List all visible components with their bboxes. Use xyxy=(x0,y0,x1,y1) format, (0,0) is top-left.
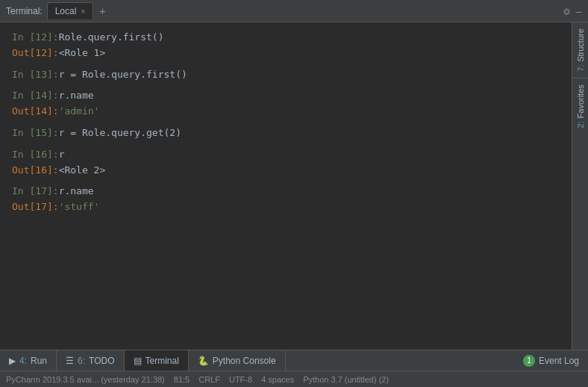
blank-line xyxy=(12,178,560,184)
output-text: <Role 2> xyxy=(59,163,106,179)
terminal-line: In [17]: r.name xyxy=(12,184,560,199)
terminal-label: Terminal: xyxy=(6,6,43,16)
code-text: r xyxy=(59,147,65,163)
prompt-out: Out[14]: xyxy=(12,104,59,120)
prompt-in: In [16]: xyxy=(12,147,59,163)
run-label: Run xyxy=(31,356,47,366)
prompt-in: In [15]: xyxy=(12,126,59,141)
sidebar-item-favorites[interactable]: 2: Favorites xyxy=(574,78,587,134)
prompt-in: In [14]: xyxy=(12,88,59,104)
prompt-out: Out[16]: xyxy=(12,163,59,179)
right-sidebar: 7: Structure 2: Favorites xyxy=(572,22,588,350)
local-tab[interactable]: Local × xyxy=(47,2,94,19)
terminal-content[interactable]: In [12]: Role.query.first()Out[12]: <Rol… xyxy=(0,22,572,350)
code-text: r = Role.query.get(2) xyxy=(59,126,181,141)
code-text: Role.query.first() xyxy=(59,30,164,46)
event-badge: 1 xyxy=(523,355,535,367)
blank-line xyxy=(12,61,560,67)
todo-label: TODO xyxy=(89,356,114,366)
status-bar: PyCharm 2019.3.5 avai... (yesterday 21:3… xyxy=(0,371,588,387)
add-tab-button[interactable]: + xyxy=(96,5,108,17)
string-text: 'stuff' xyxy=(59,199,100,215)
prompt-in: In [13]: xyxy=(12,67,59,83)
structure-num: 7: xyxy=(576,65,585,72)
terminal-line: In [16]: r xyxy=(12,147,560,163)
run-icon: ▶ xyxy=(9,356,16,366)
status-indent: 4 spaces xyxy=(261,375,294,384)
bottom-toolbar: ▶ 4: Run ☰ 6: TODO ▤ Terminal 🐍 Python C… xyxy=(0,350,588,371)
output-text: <Role 1> xyxy=(59,46,106,61)
event-log-item[interactable]: 1 Event Log xyxy=(514,350,588,371)
todo-icon: ☰ xyxy=(66,356,74,366)
favorites-num: 2: xyxy=(576,121,585,128)
terminal-line: Out[17]: 'stuff' xyxy=(12,199,560,215)
string-text: 'admin' xyxy=(59,104,100,120)
terminal-line: In [12]: Role.query.first() xyxy=(12,30,560,46)
terminal-line: In [14]: r.name xyxy=(12,88,560,104)
prompt-out: Out[17]: xyxy=(12,199,59,215)
code-text: r.name xyxy=(59,88,94,104)
blank-line xyxy=(12,141,560,147)
status-project: PyCharm 2019.3.5 avai... (yesterday 21:3… xyxy=(6,375,165,384)
blank-line xyxy=(12,82,560,88)
status-line-ending: CRLF xyxy=(198,375,220,384)
local-tab-label: Local xyxy=(55,6,77,16)
terminal-line: In [13]: r = Role.query.first() xyxy=(12,67,560,83)
terminal-line: Out[14]: 'admin' xyxy=(12,104,560,120)
python-console-icon: 🐍 xyxy=(198,356,209,366)
blank-line xyxy=(12,120,560,126)
terminal-line: In [15]: r = Role.query.get(2) xyxy=(12,126,560,141)
todo-num: 6: xyxy=(78,356,85,366)
structure-label: Structure xyxy=(576,28,585,62)
prompt-out: Out[12]: xyxy=(12,46,59,61)
prompt-in: In [17]: xyxy=(12,184,59,199)
run-num: 4: xyxy=(19,356,27,366)
event-log-label: Event Log xyxy=(539,356,579,366)
main-area: In [12]: Role.query.first()Out[12]: <Rol… xyxy=(0,22,588,350)
python-console-label: Python Console xyxy=(213,356,276,366)
terminal-toolbar-label: Terminal xyxy=(146,356,179,366)
status-column: 81:5 xyxy=(174,375,190,384)
local-tab-close[interactable]: × xyxy=(81,7,85,16)
status-encoding: UTF-8 xyxy=(229,375,252,384)
settings-icon[interactable]: ⚙ xyxy=(563,5,569,17)
run-toolbar-item[interactable]: ▶ 4: Run xyxy=(0,350,57,371)
minimize-icon[interactable]: — xyxy=(576,5,582,17)
terminal-line: Out[12]: <Role 1> xyxy=(12,46,560,61)
tab-bar-icons: ⚙ — xyxy=(563,5,582,17)
terminal-toolbar-item[interactable]: ▤ Terminal xyxy=(125,350,189,371)
terminal-line: Out[16]: <Role 2> xyxy=(12,163,560,179)
code-text: r.name xyxy=(59,184,94,199)
todo-toolbar-item[interactable]: ☰ 6: TODO xyxy=(57,350,124,371)
python-console-toolbar-item[interactable]: 🐍 Python Console xyxy=(189,350,286,371)
terminal-icon: ▤ xyxy=(134,356,142,366)
favorites-label: Favorites xyxy=(576,84,585,118)
sidebar-item-structure[interactable]: 7: Structure xyxy=(574,22,587,78)
status-python: Python 3.7 (untitled) (2) xyxy=(303,375,389,384)
code-text: r = Role.query.first() xyxy=(59,67,187,83)
prompt-in: In [12]: xyxy=(12,30,59,46)
tab-bar: Terminal: Local × + ⚙ — xyxy=(0,0,588,22)
